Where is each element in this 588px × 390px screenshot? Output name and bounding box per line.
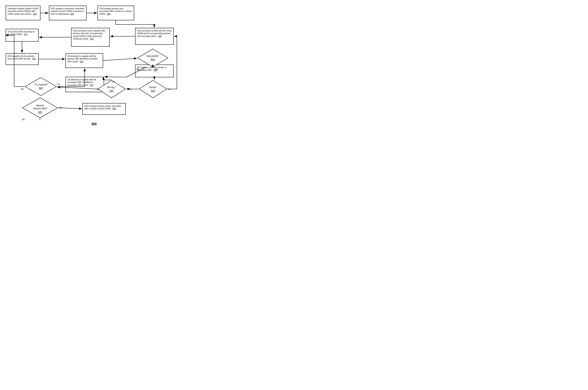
svg-text:rehome UEs?: rehome UEs? (33, 107, 47, 110)
svg-text:621: 621 (151, 90, 155, 92)
svg-text:TTL expired?: TTL expired? (34, 83, 48, 86)
label-yes-618: Yes (154, 68, 158, 70)
svg-line-26 (103, 58, 137, 61)
diamond-621: Reset? 621 (139, 80, 167, 98)
label-yes-626: Yes (59, 106, 62, 109)
svg-text:623: 623 (110, 90, 113, 92)
label-no-621: No (129, 88, 132, 90)
svg-text:Re-reg.?: Re-reg.? (107, 86, 116, 89)
label-no-624: No (57, 83, 60, 85)
box-604: OSS assigns a maximum subscriber capacit… (49, 6, 87, 20)
box-610: OSS provisions user endpoint (UE) device… (71, 28, 110, 47)
label-yes-623: Yes (96, 88, 100, 90)
diamond-618: Successful? 618 (137, 49, 168, 67)
svg-text:Successful?: Successful? (147, 55, 159, 57)
box-602: Operation Support System (OSS) associate… (6, 6, 41, 20)
svg-text:618: 618 (151, 58, 155, 61)
label-no-623: No (112, 81, 115, 83)
box-608: OSS provisions a DNS with the virtual FQ… (135, 28, 174, 45)
diagram-title: 600 (4, 122, 184, 126)
box-614: DNS supplies UE the primary and second S… (6, 53, 39, 65)
diamond-623: Re-reg.? 623 (98, 80, 126, 98)
box-616: UE attempts to register with the primary… (65, 53, 103, 68)
label-no-626: No (22, 118, 25, 121)
box-606: OSS assigns primary and secondary SRV re… (98, 6, 134, 20)
label-yes-624: Yes (21, 88, 24, 90)
svg-marker-0 (138, 49, 168, 67)
diamond-624: TTL expired? 624 (25, 77, 57, 96)
svg-line-29 (104, 77, 126, 77)
label-yes-621: Yes (168, 88, 171, 90)
svg-text:Reset?: Reset? (149, 86, 156, 89)
svg-text:Need to: Need to (36, 104, 44, 107)
box-628: OSS changes primary and/or secondary SRV… (82, 103, 126, 115)
box-612: UE queries DNS according to its virtual … (6, 29, 39, 42)
label-no-618: No (136, 68, 139, 70)
svg-marker-6 (139, 80, 167, 98)
flowchart-diagram: Operation Support System (OSS) associate… (4, 4, 184, 120)
svg-text:624: 624 (39, 87, 43, 89)
svg-marker-9 (98, 80, 125, 98)
svg-text:626: 626 (38, 111, 42, 113)
svg-marker-3 (25, 78, 56, 96)
diamond-626: Need to rehome UEs? 626 (22, 98, 58, 118)
